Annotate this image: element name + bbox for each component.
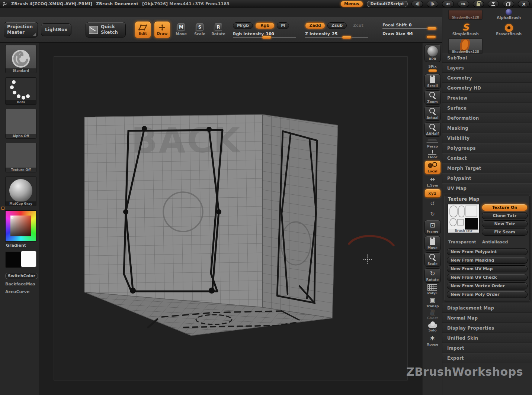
section-deformation[interactable]: Deformation xyxy=(442,113,532,123)
move-view-button[interactable]: Move xyxy=(424,236,441,251)
polyframe-button[interactable]: PolyF xyxy=(427,284,438,295)
clone-txtr-button[interactable]: Clone Txtr xyxy=(482,212,528,219)
new-from-masking-button[interactable]: New From Masking xyxy=(447,257,528,264)
xpose-button[interactable]: Xpose xyxy=(427,334,438,346)
mrgb-button[interactable]: Mrgb xyxy=(233,22,253,29)
spix-slider[interactable]: SPix xyxy=(428,64,437,72)
section-normal-map[interactable]: Normal Map xyxy=(442,313,532,323)
section-geometry-hd[interactable]: Geometry HD xyxy=(442,83,532,93)
current-texture-thumbnail[interactable]: Texture Off xyxy=(5,143,36,172)
rgb-button[interactable]: Rgb xyxy=(255,22,275,29)
zadd-button[interactable]: Zadd xyxy=(305,22,325,29)
antialiased-toggle[interactable]: Antialiased xyxy=(482,240,508,245)
prev-document-button[interactable]: ◀▤ xyxy=(442,1,454,7)
aahalf-button[interactable]: AAHalf xyxy=(424,122,441,137)
frame-button[interactable]: Frame xyxy=(424,220,441,234)
history-forward-button[interactable]: |||▶ xyxy=(427,1,438,7)
quick-sketch-button[interactable]: Quick Sketch xyxy=(86,22,126,38)
local-button[interactable]: Local xyxy=(424,161,441,174)
new-txtr-button[interactable]: New Txtr xyxy=(482,220,528,227)
section-visibility[interactable]: Visibility xyxy=(442,133,532,143)
section-displacement-map[interactable]: Displacement Map xyxy=(442,303,532,313)
rotate-ccw-button[interactable] xyxy=(430,199,435,208)
current-stroke-thumbnail[interactable]: Dots xyxy=(5,77,36,105)
rgb-intensity-slider[interactable]: Rgb Intensity100 xyxy=(233,32,296,38)
section-masking[interactable]: Masking xyxy=(442,123,532,133)
zoom-button[interactable]: Zoom xyxy=(424,90,441,105)
rgb-intensity-handle[interactable] xyxy=(262,36,272,39)
z-intensity-handle[interactable] xyxy=(342,36,352,39)
floor-button[interactable]: Floor xyxy=(427,150,437,159)
restore-button[interactable] xyxy=(503,1,514,7)
bpr-render-button[interactable]: BPR xyxy=(424,45,441,62)
section-export[interactable]: Export xyxy=(442,353,532,363)
texture-on-button[interactable]: Texture On xyxy=(482,204,528,211)
transparency-button[interactable]: Transp xyxy=(426,297,439,308)
color-picker-sv-square[interactable] xyxy=(10,216,31,236)
tool-shadowbox128-selected[interactable]: ShadowBox128 xyxy=(444,9,487,20)
tool-simplebrush[interactable]: S SimpleBrush xyxy=(444,20,487,36)
zsub-button[interactable]: Zsub xyxy=(327,22,347,29)
history-back-button[interactable]: ◀||| xyxy=(411,1,423,7)
m-button[interactable]: M xyxy=(277,22,289,29)
main-color-swatch[interactable] xyxy=(5,252,22,268)
texture-map-header[interactable]: Texture Map xyxy=(445,195,530,203)
rotate-view-button[interactable]: Rotate xyxy=(424,268,441,283)
fix-seam-button[interactable]: Fix Seam xyxy=(482,229,528,236)
rotate-cw-button[interactable] xyxy=(430,210,435,218)
projection-master-button[interactable]: Projection Master xyxy=(4,22,38,38)
section-display-properties[interactable]: Display Properties xyxy=(442,323,532,333)
section-preview[interactable]: Preview xyxy=(442,93,532,103)
section-surface[interactable]: Surface xyxy=(442,103,532,113)
focal-shift-slider[interactable]: Focal Shift0 xyxy=(382,23,437,29)
current-brush-thumbnail[interactable]: Standard xyxy=(5,45,36,73)
section-geometry[interactable]: Geometry xyxy=(442,73,532,83)
section-morph-target[interactable]: Morph Target xyxy=(442,163,532,173)
rotate-button[interactable]: R Rotate xyxy=(211,21,226,38)
section-contact[interactable]: Contact xyxy=(442,153,532,163)
minimize-button[interactable] xyxy=(488,1,499,7)
persp-button[interactable]: Persp xyxy=(427,138,438,148)
section-unified-skin[interactable]: Unified Skin xyxy=(442,333,532,343)
xyz-button[interactable] xyxy=(424,189,441,198)
transparent-toggle[interactable]: Transparent xyxy=(448,240,476,245)
focal-shift-handle[interactable] xyxy=(427,27,437,30)
new-from-polypaint-button[interactable]: New From Polypaint xyxy=(447,248,528,255)
section-polygroups[interactable]: Polygroups xyxy=(442,143,532,153)
draw-button[interactable]: Draw xyxy=(154,21,170,38)
lock-button[interactable] xyxy=(473,1,484,7)
move-button[interactable]: M Move xyxy=(173,21,189,38)
lsym-button[interactable]: L.Sym xyxy=(427,176,438,187)
scale-view-button[interactable]: Scale xyxy=(424,252,441,267)
draw-size-slider[interactable]: Draw Size64 xyxy=(382,31,437,37)
new-from-uv-map-button[interactable]: New From UV Map xyxy=(447,265,528,272)
current-material-thumbnail[interactable]: MatCap Gray xyxy=(5,177,36,206)
tool-eraserbrush[interactable]: EraserBrush xyxy=(487,20,531,36)
tool-shadowbox128[interactable]: ShadowBox128 xyxy=(444,37,487,54)
accu-curve-button[interactable]: AccuCurve xyxy=(5,289,39,294)
actual-button[interactable]: Actual xyxy=(424,106,441,121)
section-polypaint[interactable]: Polypaint xyxy=(442,173,532,183)
draw-size-handle[interactable] xyxy=(426,35,436,39)
zcut-button[interactable]: Zcut xyxy=(349,22,368,29)
document-canvas[interactable]: BACK xyxy=(39,43,423,395)
solo-button[interactable]: Solo xyxy=(428,321,437,332)
tool-alphabrush[interactable]: AlphaBrush xyxy=(487,9,531,20)
section-subtool[interactable]: SubTool xyxy=(442,53,532,63)
section-uv-map[interactable]: UV Map xyxy=(442,183,532,193)
scale-button[interactable]: S Scale xyxy=(192,21,208,38)
default-zscript-button[interactable]: DefaultZScript xyxy=(367,1,408,7)
edit-button[interactable]: Edit xyxy=(135,21,151,38)
new-from-uv-check-button[interactable]: New From UV Check xyxy=(447,274,528,281)
texture-map-thumbnail[interactable]: BrushTxtr xyxy=(448,204,480,233)
z-intensity-slider[interactable]: Z Intensity25 xyxy=(305,32,368,38)
switch-color-button[interactable]: SwitchColor xyxy=(5,273,38,279)
close-button[interactable]: × xyxy=(518,1,530,7)
backface-mask-button[interactable]: BackfaceMas xyxy=(5,282,39,286)
next-document-button[interactable]: ▤▶ xyxy=(458,1,469,7)
section-import[interactable]: Import xyxy=(442,343,532,353)
ghost-button[interactable]: Ghost xyxy=(427,310,438,320)
secondary-color-swatch[interactable] xyxy=(21,251,36,267)
section-layers[interactable]: Layers xyxy=(442,63,532,73)
current-alpha-thumbnail[interactable]: Alpha Off xyxy=(5,109,36,139)
